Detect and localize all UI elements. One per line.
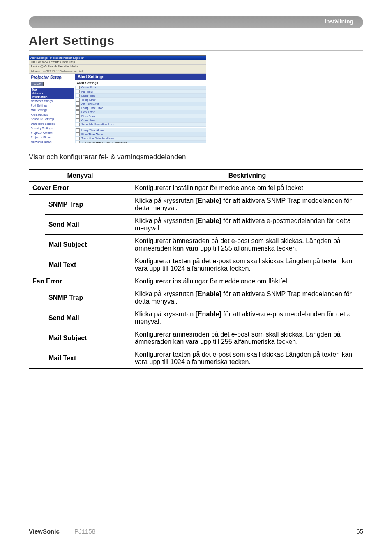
ss-r: Cover Error [81, 86, 96, 89]
ss-tab-info: Information [31, 95, 74, 99]
cover-error-label: Cover Error [29, 182, 131, 195]
ss-nav-1: Port Settings [31, 103, 74, 108]
fan-error-desc: Konfigurerar inställningar för meddeland… [131, 275, 363, 288]
fan-error-label: Fan Error [29, 275, 131, 288]
mail-subject-label: Mail Subject [45, 235, 131, 255]
ss-r: Other Error [81, 119, 96, 122]
ss-r: Fan Error [81, 90, 94, 93]
ss-tab-top: Top: [31, 88, 74, 91]
cover-error-desc: Konfigurerar inställningar för meddeland… [131, 182, 363, 195]
ss-r: Lamp Time Error [81, 107, 103, 109]
screenshot-thumbnail: Alert Settings - Microsoft Internet Expl… [29, 55, 206, 143]
ss-r: Filter Time Alarm [81, 133, 103, 136]
snmp-trap-desc: Klicka på kryssrutan [Enable] för att ak… [131, 195, 363, 215]
page-title: Alert Settings [29, 34, 363, 48]
snmp-trap-label: SNMP Trap [45, 195, 131, 215]
ss-nav-4: Schedule Settings [31, 117, 74, 121]
ss-logoff: Logoff [31, 82, 44, 86]
ss-section-title: Alert Settings [77, 81, 204, 85]
ss-r: Temp Error [81, 98, 96, 101]
ss-r: Transition Detector Alarm [81, 137, 114, 140]
ss-r: "CHANGE THE LAMP" is displayed [81, 141, 127, 143]
ss-window-title: Alert Settings - Microsoft Internet Expl… [29, 56, 206, 60]
snmp-trap-label-2: SNMP Trap [45, 288, 131, 308]
footer-brand: ViewSonic [29, 528, 60, 535]
mail-text-desc: Konfigurerar texten på det e-post som sk… [131, 255, 363, 275]
ss-nav-7: Projector Control [31, 130, 74, 135]
ss-r: Lamp Time Alarm [81, 129, 104, 132]
col-desc: Beskrivning [131, 170, 363, 182]
ss-nav-2: Mail Settings [31, 108, 74, 112]
mail-subject-desc-2: Konfigurerar ämnesraden på det e-post so… [131, 328, 363, 348]
footer-model: PJ1158 [74, 528, 95, 535]
ss-nav-8: Projector Status [31, 135, 74, 139]
ss-nav-0: Network Settings [31, 99, 74, 103]
ss-tab-net: Network [31, 91, 74, 95]
ss-r: Air Flow Error [81, 102, 99, 105]
ss-r: Cool Error [81, 111, 95, 114]
header-tag: Inställning [325, 18, 353, 25]
col-menu: Menyval [29, 170, 131, 182]
send-mail-label-2: Send Mail [45, 308, 131, 328]
send-mail-desc-2: Klicka på kryssrutan [Enable] för att ak… [131, 308, 363, 328]
ss-address: Address http://192.168.1.10/admin/alerts… [29, 69, 206, 74]
ss-nav-5: Date/Time Settings [31, 121, 74, 126]
ss-nav-3: Alert Settings [31, 112, 74, 117]
ss-r: Filter Error [81, 115, 95, 118]
mail-text-desc-2: Konfigurerar texten på det e-post som sk… [131, 348, 363, 369]
mail-subject-desc: Konfigurerar ämnesraden på det e-post so… [131, 235, 363, 255]
send-mail-desc: Klicka på kryssrutan [Enable] för att ak… [131, 215, 363, 235]
ss-nav-6: Security Settings [31, 126, 74, 130]
ss-toolbar: Back ▾ ◯ ⟳ Search Favorites Media [29, 65, 206, 69]
intro-text: Visar och konfigurerar fel- & varningsme… [29, 153, 363, 161]
mail-text-label: Mail Text [45, 255, 131, 275]
mail-subject-label-2: Mail Subject [45, 328, 131, 348]
footer-page: 65 [356, 528, 363, 535]
settings-table: Menyval Beskrivning Cover Error Konfigur… [29, 169, 363, 369]
ss-r: Lamp Error [81, 94, 96, 97]
ss-nav-9: Network Restart [31, 139, 74, 143]
snmp-trap-desc-2: Klicka på kryssrutan [Enable] för att ak… [131, 288, 363, 308]
ss-setup-title: Projector Setup [31, 75, 74, 79]
ss-r: Schedule Execution Error [81, 123, 114, 126]
ss-menu: File Edit View Favorites Tools Help [29, 60, 206, 65]
send-mail-label: Send Mail [45, 215, 131, 235]
ss-main-head: Alert Settings [75, 74, 206, 80]
mail-text-label-2: Mail Text [45, 348, 131, 369]
